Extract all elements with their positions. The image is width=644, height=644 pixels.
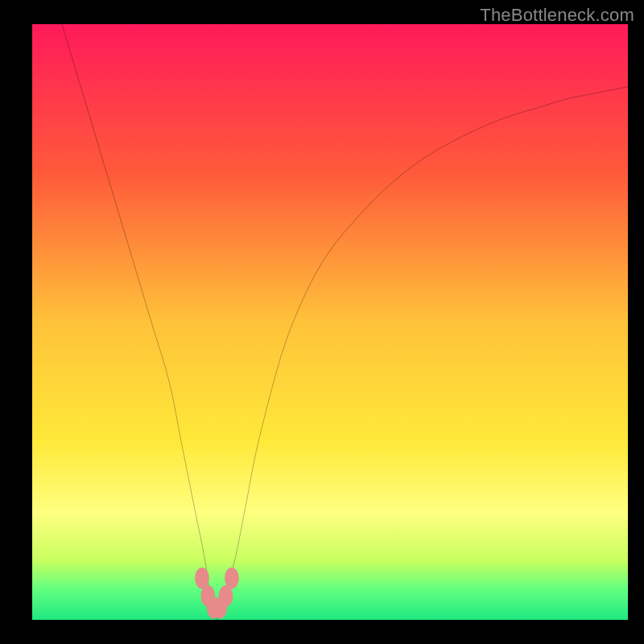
bump-marker [225, 568, 239, 589]
chart-stage: TheBottleneck.com [0, 0, 644, 644]
bottleneck-chart [32, 24, 628, 620]
watermark-text: TheBottleneck.com [480, 5, 634, 26]
gradient-background [32, 24, 628, 620]
plot-area [32, 24, 628, 620]
